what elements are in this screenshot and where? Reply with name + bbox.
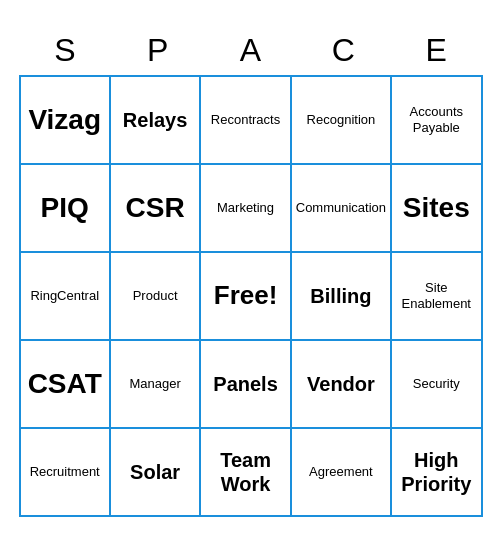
cell-text-0-2: Recontracts <box>211 112 280 128</box>
bingo-cell-2-1: Product <box>111 253 201 341</box>
cell-text-2-0: RingCentral <box>30 288 99 304</box>
cell-text-2-3: Billing <box>310 284 371 308</box>
bingo-cell-4-4: High Priority <box>392 429 482 517</box>
bingo-cell-1-0: PIQ <box>21 165 111 253</box>
bingo-cell-1-4: Sites <box>392 165 482 253</box>
cell-text-1-4: Sites <box>403 191 470 225</box>
bingo-board: SPACE VizagRelaysRecontractsRecognitionA… <box>11 20 491 525</box>
cell-text-3-2: Panels <box>213 372 277 396</box>
bingo-cell-0-2: Recontracts <box>201 77 291 165</box>
bingo-cell-2-3: Billing <box>292 253 392 341</box>
cell-text-1-0: PIQ <box>41 191 89 225</box>
cell-text-0-3: Recognition <box>307 112 376 128</box>
cell-text-3-1: Manager <box>129 376 180 392</box>
cell-text-2-2: Free! <box>214 280 278 311</box>
bingo-cell-3-1: Manager <box>111 341 201 429</box>
bingo-cell-2-0: RingCentral <box>21 253 111 341</box>
bingo-cell-4-2: Team Work <box>201 429 291 517</box>
cell-text-4-0: Recruitment <box>30 464 100 480</box>
cell-text-1-3: Communication <box>296 200 386 216</box>
bingo-cell-2-2: Free! <box>201 253 291 341</box>
cell-text-4-4: High Priority <box>396 448 476 496</box>
cell-text-0-4: Accounts Payable <box>396 104 476 135</box>
bingo-cell-2-4: Site Enablement <box>392 253 482 341</box>
cell-text-2-1: Product <box>133 288 178 304</box>
cell-text-4-2: Team Work <box>205 448 285 496</box>
cell-text-4-3: Agreement <box>309 464 373 480</box>
cell-text-3-3: Vendor <box>307 372 375 396</box>
cell-text-2-4: Site Enablement <box>396 280 476 311</box>
bingo-header: SPACE <box>19 28 483 73</box>
bingo-cell-3-0: CSAT <box>21 341 111 429</box>
bingo-cell-4-0: Recruitment <box>21 429 111 517</box>
header-letter-e: E <box>390 28 483 73</box>
bingo-cell-0-3: Recognition <box>292 77 392 165</box>
cell-text-0-1: Relays <box>123 108 188 132</box>
header-letter-a: A <box>204 28 297 73</box>
bingo-cell-0-4: Accounts Payable <box>392 77 482 165</box>
bingo-cell-4-1: Solar <box>111 429 201 517</box>
cell-text-1-2: Marketing <box>217 200 274 216</box>
header-letter-c: C <box>297 28 390 73</box>
bingo-cell-3-2: Panels <box>201 341 291 429</box>
bingo-grid: VizagRelaysRecontractsRecognitionAccount… <box>19 75 483 517</box>
cell-text-4-1: Solar <box>130 460 180 484</box>
bingo-cell-1-2: Marketing <box>201 165 291 253</box>
bingo-cell-0-0: Vizag <box>21 77 111 165</box>
bingo-cell-3-3: Vendor <box>292 341 392 429</box>
header-letter-s: S <box>19 28 112 73</box>
bingo-cell-3-4: Security <box>392 341 482 429</box>
cell-text-3-4: Security <box>413 376 460 392</box>
header-letter-p: P <box>111 28 204 73</box>
bingo-cell-0-1: Relays <box>111 77 201 165</box>
cell-text-3-0: CSAT <box>28 367 102 401</box>
bingo-cell-1-3: Communication <box>292 165 392 253</box>
cell-text-1-1: CSR <box>126 191 185 225</box>
bingo-cell-1-1: CSR <box>111 165 201 253</box>
bingo-cell-4-3: Agreement <box>292 429 392 517</box>
cell-text-0-0: Vizag <box>28 103 101 137</box>
